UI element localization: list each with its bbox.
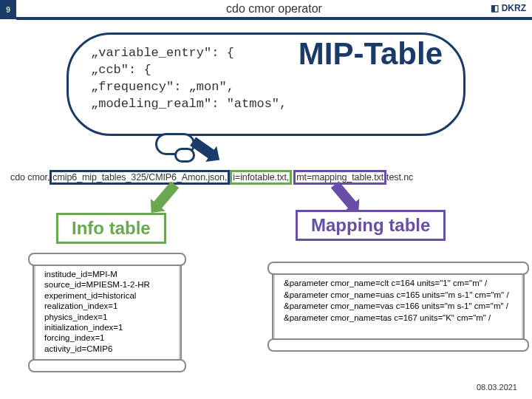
- code-line: „modeling_realm": "atmos",: [91, 96, 449, 113]
- cloud-tail-icon: [174, 148, 195, 163]
- arrow-down-icon: [331, 181, 358, 211]
- cmd-suffix: test.nc: [386, 172, 413, 183]
- mapping-line: &parameter cmor_name=uas c=165 units="m …: [284, 290, 513, 301]
- mapping-table-label: Mapping table: [296, 210, 446, 241]
- info-line: experiment_id=historical: [44, 290, 170, 301]
- slide-header: 9 cdo cmor operator: [0, 0, 532, 19]
- mapping-line: &parameter cmor_name=vas c=166 units="m …: [284, 301, 513, 313]
- info-line: physics_index=1: [44, 312, 170, 322]
- mip-table-cloud: MIP-Table „variable_entry": { „ccb": { „…: [66, 33, 466, 136]
- slide-title: cdo cmor operator: [16, 0, 532, 16]
- mapping-line: &parameter cmor_name=tas c=167 units="K"…: [284, 313, 513, 324]
- command-line: cdo cmor,cmip6_mip_tables_325/CMIP6_Amon…: [10, 170, 413, 185]
- mapping-table-content: &parameter cmor_name=clt c=164 units="1"…: [272, 267, 525, 346]
- mapping-line: &parameter cmor_name=clt c=164 units="1"…: [284, 278, 513, 290]
- arrow-down-icon: [152, 181, 179, 211]
- footer-date: 08.03.2021: [477, 383, 517, 392]
- info-line: institude_id=MPI-M: [44, 269, 170, 279]
- info-line: activity_id=CMIP6: [44, 344, 170, 354]
- code-line: „frequency": „mon",: [91, 79, 449, 96]
- cmd-info-segment: i=infotable.txt,: [230, 170, 292, 185]
- title-underline: [16, 17, 532, 20]
- cmd-cmip-segment: cmip6_mip_tables_325/CMIP6_Amon.json,: [50, 170, 230, 185]
- info-line: forcing_index=1: [44, 332, 170, 343]
- page-number: 9: [0, 0, 16, 19]
- mip-table-heading: MIP-Table: [299, 36, 443, 72]
- title-wrap: cdo cmor operator: [16, 0, 532, 20]
- info-line: initialization_index=1: [44, 322, 170, 332]
- info-line: source_id=MPIESM-1-2-HR: [44, 279, 170, 290]
- info-table-label: Info table: [56, 213, 166, 244]
- dkrz-logo: ◧ DKRZ: [491, 3, 526, 13]
- cmd-prefix: cdo cmor,: [10, 172, 50, 183]
- info-line: realization_index=1: [44, 301, 170, 311]
- info-table-content: institude_id=MPI-M source_id=MPIESM-1-2-…: [33, 259, 182, 366]
